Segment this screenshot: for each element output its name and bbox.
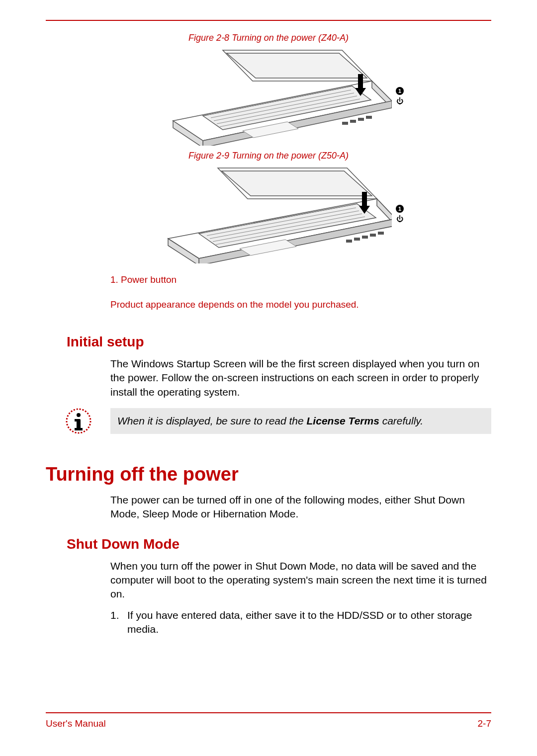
power-icon: ⏻ [396,97,403,105]
svg-rect-15 [342,122,348,125]
info-text-bold: License Terms [307,415,379,426]
step-1: 1. If you have entered data, either save… [110,608,491,637]
svg-rect-38 [378,232,384,235]
turning-off-intro: The power can be turned off in one of th… [110,493,491,521]
callout-number-2: 1 [396,205,404,213]
svg-point-40 [77,413,81,417]
page-footer: User's Manual 2-7 [46,712,491,729]
footer-left: User's Manual [46,718,106,729]
heading-turning-off: Turning off the power [46,464,491,485]
figure-caption-1: Figure 2-8 Turning on the power (Z40-A) [46,33,491,43]
info-icon [66,408,91,436]
step-1-number: 1. [110,608,127,637]
svg-rect-43 [75,428,83,430]
svg-rect-35 [354,238,360,241]
heading-initial-setup: Initial setup [67,334,491,350]
initial-setup-body: The Windows Startup Screen will be the f… [110,357,491,399]
figure-2: 1 ⏻ [46,164,491,263]
info-text-pre: When it is displayed, be sure to read th… [117,415,307,426]
svg-rect-17 [358,118,364,121]
step-1-text: If you have entered data, either save it… [127,608,491,637]
svg-rect-34 [346,240,352,243]
shut-down-body: When you turn off the power in Shut Down… [110,559,491,601]
svg-rect-18 [366,116,372,119]
info-callout: When it is displayed, be sure to read th… [46,408,491,436]
laptop-illustration-1 [133,46,392,146]
svg-rect-37 [370,234,376,237]
shut-down-steps: 1. If you have entered data, either save… [110,608,491,637]
svg-rect-36 [362,236,368,239]
figure-caption-2: Figure 2-9 Turning on the power (Z50-A) [46,151,491,161]
svg-rect-16 [350,120,356,123]
figure-1: 1 ⏻ [46,46,491,146]
figure-legend: 1. Power button [110,274,491,285]
info-text-post: carefully. [379,415,423,426]
footer-right: 2-7 [478,718,491,729]
laptop-illustration-2 [133,164,392,263]
power-icon: ⏻ [396,215,403,223]
svg-rect-42 [75,419,80,421]
svg-rect-13 [358,74,363,88]
appearance-note: Product appearance depends on the model … [110,299,491,310]
heading-shut-down: Shut Down Mode [67,536,491,552]
svg-rect-32 [362,192,367,206]
info-text: When it is displayed, be sure to read th… [110,408,491,434]
callout-number-1: 1 [396,87,404,95]
